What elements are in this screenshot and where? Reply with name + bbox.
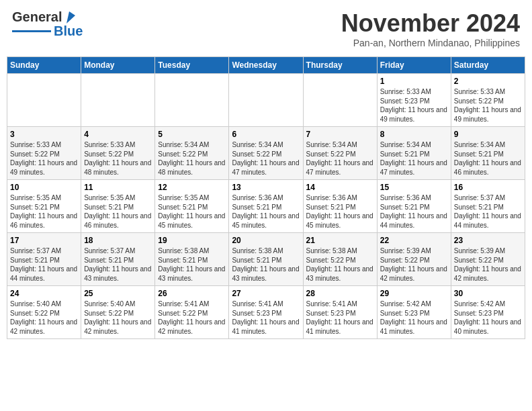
day-number: 14	[306, 183, 374, 192]
day-number: 17	[10, 236, 78, 245]
day-info: Sunrise: 5:38 AMSunset: 5:21 PMDaylight:…	[232, 246, 300, 283]
weekday-header-saturday: Saturday	[451, 57, 525, 74]
title-area: November 2024 Pan-an, Northern Mindanao,…	[341, 9, 520, 48]
weekday-header-sunday: Sunday	[7, 57, 81, 74]
weekday-header-wednesday: Wednesday	[229, 57, 303, 74]
day-info: Sunrise: 5:39 AMSunset: 5:22 PMDaylight:…	[454, 246, 522, 283]
day-number: 23	[454, 236, 522, 245]
page-header: General Blue November 2024 Pan-an, North…	[7, 7, 525, 51]
day-info: Sunrise: 5:41 AMSunset: 5:23 PMDaylight:…	[232, 300, 300, 336]
calendar-cell	[303, 74, 377, 127]
calendar-cell: 14Sunrise: 5:36 AMSunset: 5:21 PMDayligh…	[303, 180, 377, 233]
day-number: 13	[232, 183, 300, 192]
weekday-header-friday: Friday	[377, 57, 451, 74]
calendar-cell: 7Sunrise: 5:34 AMSunset: 5:22 PMDaylight…	[303, 127, 377, 180]
day-number: 21	[306, 236, 374, 245]
calendar-cell: 5Sunrise: 5:34 AMSunset: 5:22 PMDaylight…	[155, 127, 229, 180]
logo: General Blue	[12, 9, 83, 39]
calendar-table: SundayMondayTuesdayWednesdayThursdayFrid…	[7, 56, 525, 339]
calendar-week-row: 10Sunrise: 5:35 AMSunset: 5:21 PMDayligh…	[7, 180, 525, 233]
day-info: Sunrise: 5:39 AMSunset: 5:22 PMDaylight:…	[380, 246, 448, 283]
day-number: 28	[306, 289, 374, 298]
weekday-header-monday: Monday	[81, 57, 155, 74]
day-info: Sunrise: 5:38 AMSunset: 5:21 PMDaylight:…	[158, 246, 226, 283]
day-info: Sunrise: 5:42 AMSunset: 5:23 PMDaylight:…	[380, 300, 448, 336]
calendar-cell: 4Sunrise: 5:33 AMSunset: 5:22 PMDaylight…	[81, 127, 155, 180]
day-info: Sunrise: 5:38 AMSunset: 5:22 PMDaylight:…	[306, 246, 374, 283]
day-number: 26	[158, 289, 226, 298]
calendar-cell	[229, 74, 303, 127]
day-number: 30	[454, 289, 522, 298]
day-number: 2	[454, 77, 522, 86]
day-info: Sunrise: 5:37 AMSunset: 5:21 PMDaylight:…	[84, 246, 152, 283]
day-info: Sunrise: 5:35 AMSunset: 5:21 PMDaylight:…	[84, 193, 152, 230]
day-number: 27	[232, 289, 300, 298]
calendar-cell: 28Sunrise: 5:41 AMSunset: 5:23 PMDayligh…	[303, 286, 377, 339]
calendar-cell: 2Sunrise: 5:33 AMSunset: 5:22 PMDaylight…	[451, 74, 525, 127]
calendar-cell	[81, 74, 155, 127]
calendar-cell: 21Sunrise: 5:38 AMSunset: 5:22 PMDayligh…	[303, 233, 377, 286]
day-number: 8	[380, 130, 448, 139]
day-info: Sunrise: 5:35 AMSunset: 5:21 PMDaylight:…	[158, 193, 226, 230]
calendar-cell: 15Sunrise: 5:36 AMSunset: 5:21 PMDayligh…	[377, 180, 451, 233]
day-number: 6	[232, 130, 300, 139]
calendar-cell: 22Sunrise: 5:39 AMSunset: 5:22 PMDayligh…	[377, 233, 451, 286]
calendar-cell	[7, 74, 81, 127]
day-info: Sunrise: 5:37 AMSunset: 5:21 PMDaylight:…	[10, 246, 78, 283]
day-info: Sunrise: 5:41 AMSunset: 5:23 PMDaylight:…	[306, 300, 374, 336]
weekday-header-tuesday: Tuesday	[155, 57, 229, 74]
calendar-cell: 26Sunrise: 5:41 AMSunset: 5:22 PMDayligh…	[155, 286, 229, 339]
day-info: Sunrise: 5:34 AMSunset: 5:22 PMDaylight:…	[232, 140, 300, 177]
day-number: 22	[380, 236, 448, 245]
calendar-cell: 3Sunrise: 5:33 AMSunset: 5:22 PMDaylight…	[7, 127, 81, 180]
day-info: Sunrise: 5:36 AMSunset: 5:21 PMDaylight:…	[232, 193, 300, 230]
day-number: 12	[158, 183, 226, 192]
calendar-cell: 16Sunrise: 5:37 AMSunset: 5:21 PMDayligh…	[451, 180, 525, 233]
calendar-cell: 12Sunrise: 5:35 AMSunset: 5:21 PMDayligh…	[155, 180, 229, 233]
logo-underline	[12, 30, 51, 32]
calendar-cell: 17Sunrise: 5:37 AMSunset: 5:21 PMDayligh…	[7, 233, 81, 286]
calendar-cell	[155, 74, 229, 127]
day-info: Sunrise: 5:40 AMSunset: 5:22 PMDaylight:…	[84, 300, 152, 336]
calendar-cell: 8Sunrise: 5:34 AMSunset: 5:21 PMDaylight…	[377, 127, 451, 180]
day-info: Sunrise: 5:33 AMSunset: 5:22 PMDaylight:…	[10, 140, 78, 177]
calendar-week-row: 3Sunrise: 5:33 AMSunset: 5:22 PMDaylight…	[7, 127, 525, 180]
weekday-header-row: SundayMondayTuesdayWednesdayThursdayFrid…	[7, 57, 525, 74]
day-number: 9	[454, 130, 522, 139]
day-number: 5	[158, 130, 226, 139]
logo-triangle-icon	[63, 10, 75, 25]
calendar-cell: 18Sunrise: 5:37 AMSunset: 5:21 PMDayligh…	[81, 233, 155, 286]
day-number: 4	[84, 130, 152, 139]
day-number: 10	[10, 183, 78, 192]
day-info: Sunrise: 5:42 AMSunset: 5:23 PMDaylight:…	[454, 300, 522, 336]
calendar-cell: 19Sunrise: 5:38 AMSunset: 5:21 PMDayligh…	[155, 233, 229, 286]
day-info: Sunrise: 5:36 AMSunset: 5:21 PMDaylight:…	[380, 193, 448, 230]
calendar-cell: 27Sunrise: 5:41 AMSunset: 5:23 PMDayligh…	[229, 286, 303, 339]
day-info: Sunrise: 5:33 AMSunset: 5:22 PMDaylight:…	[84, 140, 152, 177]
day-info: Sunrise: 5:34 AMSunset: 5:21 PMDaylight:…	[454, 140, 522, 177]
calendar-cell: 24Sunrise: 5:40 AMSunset: 5:22 PMDayligh…	[7, 286, 81, 339]
day-info: Sunrise: 5:33 AMSunset: 5:23 PMDaylight:…	[380, 87, 448, 124]
day-info: Sunrise: 5:37 AMSunset: 5:21 PMDaylight:…	[454, 193, 522, 230]
month-title: November 2024	[341, 9, 520, 38]
day-number: 11	[84, 183, 152, 192]
weekday-header-thursday: Thursday	[303, 57, 377, 74]
calendar-week-row: 1Sunrise: 5:33 AMSunset: 5:23 PMDaylight…	[7, 74, 525, 127]
day-info: Sunrise: 5:34 AMSunset: 5:22 PMDaylight:…	[158, 140, 226, 177]
day-number: 19	[158, 236, 226, 245]
calendar-cell: 20Sunrise: 5:38 AMSunset: 5:21 PMDayligh…	[229, 233, 303, 286]
day-info: Sunrise: 5:34 AMSunset: 5:21 PMDaylight:…	[380, 140, 448, 177]
calendar-cell: 13Sunrise: 5:36 AMSunset: 5:21 PMDayligh…	[229, 180, 303, 233]
calendar-cell: 23Sunrise: 5:39 AMSunset: 5:22 PMDayligh…	[451, 233, 525, 286]
calendar-week-row: 24Sunrise: 5:40 AMSunset: 5:22 PMDayligh…	[7, 286, 525, 339]
logo-blue: Blue	[54, 24, 83, 39]
day-number: 1	[380, 77, 448, 86]
day-info: Sunrise: 5:34 AMSunset: 5:22 PMDaylight:…	[306, 140, 374, 177]
day-number: 18	[84, 236, 152, 245]
day-number: 25	[84, 289, 152, 298]
day-number: 7	[306, 130, 374, 139]
day-info: Sunrise: 5:41 AMSunset: 5:22 PMDaylight:…	[158, 300, 226, 336]
location: Pan-an, Northern Mindanao, Philippines	[341, 38, 520, 48]
day-number: 29	[380, 289, 448, 298]
day-number: 16	[454, 183, 522, 192]
